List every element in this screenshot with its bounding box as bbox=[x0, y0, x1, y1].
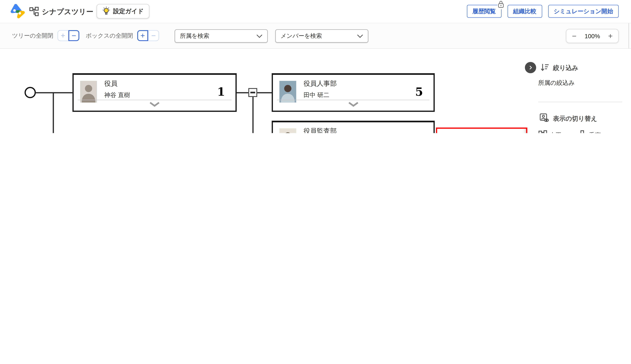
box-expand-all-button[interactable]: + bbox=[137, 30, 148, 41]
chevron-down-icon bbox=[357, 33, 363, 39]
org-box-kansa[interactable]: 役員監査部 寺田 文康 3 bbox=[272, 121, 435, 133]
collapse-branch-button[interactable] bbox=[248, 88, 257, 97]
simulation-start-button[interactable]: シミュレーション開始 bbox=[548, 5, 619, 18]
avatar bbox=[279, 81, 296, 102]
zoom-out-button[interactable]: − bbox=[572, 32, 576, 40]
connector-line bbox=[53, 92, 54, 133]
connector-line bbox=[257, 92, 272, 93]
sort-filter-icon bbox=[540, 62, 549, 74]
chevron-down-icon bbox=[256, 33, 262, 39]
box-divider bbox=[277, 100, 429, 100]
box-expand-collapse-control: + − bbox=[137, 30, 159, 41]
photo-eye-icon bbox=[539, 112, 549, 125]
connector-line bbox=[252, 97, 253, 133]
dept-name: 役員 bbox=[104, 79, 118, 88]
app-window: シナプスツリー 設定ガイド 履歴閲覧 bbox=[0, 0, 631, 133]
dept-name: 役員人事部 bbox=[303, 79, 337, 88]
sidebar-item-orientation[interactable]: 水平 → 垂直 bbox=[538, 130, 601, 133]
settings-guide-button[interactable]: 設定ガイド bbox=[97, 4, 150, 18]
arrow-right-icon: → bbox=[566, 132, 573, 133]
sidebar-item-dept-filter[interactable]: 所属の絞込み bbox=[538, 79, 575, 87]
lock-icon bbox=[497, 0, 504, 9]
app-logo-icon bbox=[11, 4, 25, 21]
dept-search-select[interactable]: 所属を検索 bbox=[175, 30, 268, 43]
box-collapse-all-button[interactable]: − bbox=[148, 30, 159, 41]
org-chart-canvas: 役員 神谷 直樹 1 役員人事部 田中 研二 5 役 bbox=[0, 49, 631, 133]
dept-name: 役員監査部 bbox=[303, 127, 337, 133]
connector-line bbox=[36, 92, 73, 93]
member-search-select[interactable]: メンバーを検索 bbox=[275, 30, 368, 43]
app-title: シナプスツリー bbox=[42, 6, 94, 16]
app-header: シナプスツリー 設定ガイド 履歴閲覧 bbox=[0, 0, 631, 23]
box-toggle-label: ボックスの全開閉 bbox=[86, 32, 133, 40]
child-count: 3 bbox=[415, 132, 423, 133]
org-box-jinji[interactable]: 役員人事部 田中 研二 5 bbox=[272, 73, 435, 112]
org-compare-button[interactable]: 組織比較 bbox=[507, 5, 542, 18]
sidebar-collapse-button[interactable] bbox=[525, 62, 536, 73]
manager-name: 神谷 直樹 bbox=[104, 91, 130, 99]
tree-toggle-label: ツリーの全開閉 bbox=[12, 32, 53, 40]
label-settings-panel-red-annotation: 所属情報 責任者氏名 ラベル 社員番号 フリガナ 年齢 bbox=[436, 128, 527, 133]
sidebar-section-display: 表示の切り替え bbox=[539, 112, 597, 125]
zoom-level: 100% bbox=[584, 33, 600, 40]
sitemap-vertical-icon bbox=[578, 130, 587, 133]
expand-box-chevron-icon[interactable] bbox=[348, 102, 358, 109]
expand-box-chevron-icon[interactable] bbox=[149, 102, 160, 109]
history-view-button[interactable]: 履歴閲覧 bbox=[467, 5, 501, 18]
child-count: 5 bbox=[415, 85, 423, 98]
sidebar-section-filter: 絞り込み bbox=[540, 62, 578, 74]
settings-guide-label: 設定ガイド bbox=[113, 8, 144, 15]
connector-line bbox=[237, 92, 248, 93]
sitemap-horizontal-icon bbox=[538, 130, 547, 133]
child-count: 1 bbox=[217, 85, 225, 98]
sitemap-icon bbox=[29, 6, 39, 18]
tree-root-node[interactable] bbox=[25, 87, 36, 98]
zoom-control: − 100% + bbox=[566, 29, 619, 43]
avatar bbox=[80, 81, 97, 102]
divider bbox=[538, 102, 622, 102]
tree-expand-all-button[interactable]: + bbox=[58, 30, 68, 41]
org-box-yakuin[interactable]: 役員 神谷 直樹 1 bbox=[73, 73, 237, 112]
header-actions: 履歴閲覧 組織比較 シミュレーション開始 bbox=[467, 5, 619, 18]
lightbulb-icon bbox=[102, 6, 110, 16]
box-divider bbox=[78, 100, 231, 100]
toolbar: ツリーの全開閉 + − ボックスの全開閉 + − 所属を検索 メンバーを検索 −… bbox=[0, 23, 631, 49]
avatar bbox=[279, 128, 296, 133]
tree-collapse-all-button[interactable]: − bbox=[68, 30, 79, 41]
zoom-in-button[interactable]: + bbox=[608, 32, 612, 40]
manager-name: 田中 研二 bbox=[303, 91, 329, 99]
tree-expand-collapse-control: + − bbox=[58, 30, 79, 41]
